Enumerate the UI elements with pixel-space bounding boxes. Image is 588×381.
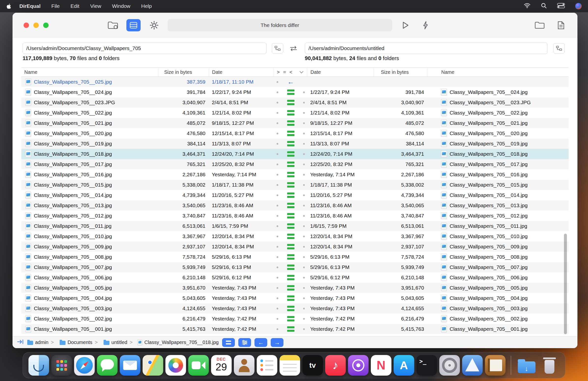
table-row[interactable]: Classy_Wallpapers_705__010.jpg3,367,9671… [21,231,569,242]
siri-icon[interactable] [575,3,582,9]
dock-item-news-icon[interactable]: N [371,355,391,376]
table-row[interactable]: Classy_Wallpapers_705__020.jpg476,58012/… [21,128,569,138]
table-row[interactable]: Classy_Wallpapers_705__018.jpg3,464,3711… [21,149,569,159]
dock-item-safari-icon[interactable] [74,355,95,376]
browse-right-path-button[interactable] [553,43,565,54]
filter-tune-button[interactable] [238,338,251,347]
table-row[interactable]: Classy_Wallpapers_705__023.JPG3,040,9072… [21,97,569,108]
table-row[interactable]: Classy_Wallpapers_705__016.jpg2,267,186Y… [21,170,569,180]
table-row[interactable]: Classy_Wallpapers_705__024.jpg391,7841/2… [21,87,569,97]
header-name-right[interactable]: Name [427,68,569,76]
dock-item-direqual-icon[interactable] [462,355,483,376]
close-button[interactable] [23,22,29,28]
dock-item-calendar-icon[interactable]: DEC29 [211,355,232,376]
dock-item-notes-icon[interactable] [279,355,300,376]
table-row[interactable]: Classy_Wallpapers_705__025.jpg387,3591/1… [21,77,569,87]
header-size-right[interactable]: Size in bytes [373,68,427,76]
diff-status-cell [273,149,307,159]
menu-item-view[interactable]: View [90,3,101,9]
table-row[interactable]: Classy_Wallpapers_705__007.jpg5,939,7495… [21,262,569,272]
dock-item-dictionary-icon[interactable] [485,355,505,376]
table-row[interactable]: Classy_Wallpapers_705__022.jpg4,109,3611… [21,108,569,118]
dock-item-finder-icon[interactable] [28,355,49,376]
list-view-button[interactable] [126,19,141,31]
menu-item-file[interactable]: File [51,3,60,9]
file-date-cell-right: 5/29/16, 6:12 PM [307,272,373,283]
control-center-icon[interactable] [557,3,565,10]
settings-gear-icon[interactable] [147,19,161,31]
reveal-folder-button[interactable] [533,19,546,31]
table-row[interactable]: Classy_Wallpapers_705__004.jpg5,043,605Y… [21,293,569,303]
menu-app-name[interactable]: DirEqual [19,3,41,9]
vertical-scrollbar[interactable] [564,234,567,334]
dock-item-appletv-icon[interactable]: tv [302,355,323,376]
dock-item-facetime-icon[interactable] [188,355,209,376]
breadcrumb-item-untitled[interactable]: untitled [111,340,127,345]
breadcrumb-item-admin[interactable]: admin [35,340,48,345]
menu-item-help[interactable]: Help [141,3,152,9]
table-row[interactable]: Classy_Wallpapers_705__015.jpg5,338,0021… [21,180,569,190]
swap-paths-icon[interactable] [289,45,298,53]
dock-item-reminders-icon[interactable] [257,355,277,376]
previous-difference-button[interactable]: ← [254,338,267,347]
table-row[interactable]: Classy_Wallpapers_705__008.jpg7,578,7245… [21,252,569,262]
dock-item-launchpad-icon[interactable] [51,355,72,376]
left-path-field[interactable] [22,43,267,54]
file-name-cell: Classy_Wallpapers_705__003.jpg [21,303,159,314]
dock-item-photos-icon[interactable] [165,355,186,376]
zoom-button[interactable] [43,22,49,28]
dock-item-contacts-icon[interactable] [234,355,254,376]
breadcrumb-item-documents[interactable]: Documents [67,340,92,345]
table-row[interactable]: Classy_Wallpapers_705__012.jpg3,740,8471… [21,210,569,221]
apple-menu-icon[interactable] [6,3,11,9]
table-row[interactable]: Classy_Wallpapers_705__006.jpg6,210,1485… [21,272,569,283]
wifi-icon[interactable] [524,3,531,10]
menu-item-window[interactable]: Window [112,3,130,9]
dock-item-maps-icon[interactable] [143,355,163,376]
dock-item-mail-icon[interactable] [120,355,140,376]
search-icon[interactable] [541,3,547,10]
file-date-cell-right: 9/18/15, 12:27 PM [307,118,373,128]
file-size-cell-right: 6,216,479 [373,314,427,324]
dock-item-messages-icon[interactable] [97,355,118,376]
dock-item-terminal-icon[interactable]: >_ [417,355,437,376]
table-row[interactable]: Classy_Wallpapers_705__017.jpg765,32112/… [21,159,569,170]
quick-sync-bolt-button[interactable] [420,19,432,31]
table-row[interactable]: Classy_Wallpapers_705__002.jpg6,216,479Y… [21,314,569,324]
header-date-right[interactable]: Date [307,68,373,76]
right-path-field[interactable] [305,43,547,54]
run-compare-button[interactable] [399,19,412,31]
breadcrumb-item-file[interactable]: Classy_Wallpapers_705__018.jpg [144,340,219,345]
file-size-cell-right [373,77,427,87]
minimize-button[interactable] [33,22,39,28]
table-row[interactable]: Classy_Wallpapers_705__005.jpg3,951,670Y… [21,283,569,293]
table-row[interactable]: Classy_Wallpapers_705__011.jpg6,513,0611… [21,221,569,231]
table-row[interactable]: Classy_Wallpapers_705__014.jpg4,739,3441… [21,190,569,200]
dock-item-downloads-icon[interactable]: ↓ [516,355,537,376]
file-name-cell-right: Classy_Wallpapers_705__011.jpg [427,221,569,231]
filter-equal-button[interactable] [222,338,235,347]
menu-item-edit[interactable]: Edit [70,3,79,9]
table-row[interactable]: Classy_Wallpapers_705__013.jpg3,540,0651… [21,200,569,210]
chevron-down-icon[interactable] [300,70,304,74]
table-row[interactable]: Classy_Wallpapers_705__003.jpg4,124,655Y… [21,303,569,314]
jump-to-selection-icon[interactable] [17,339,24,346]
file-name-cell: Classy_Wallpapers_705__022.jpg [21,108,159,118]
next-difference-button[interactable]: → [271,338,283,347]
dock-item-trash-icon[interactable] [539,355,560,376]
report-document-button[interactable] [554,19,568,31]
dock-item-podcasts-icon[interactable] [348,355,369,376]
dock-item-appstore-icon[interactable]: A [394,355,414,376]
header-name-left[interactable]: Name [21,68,159,76]
header-date-left[interactable]: Date [209,68,273,76]
header-diff-status[interactable]: >=< [273,68,307,76]
table-row[interactable]: Classy_Wallpapers_705__001.jpg5,415,763Y… [21,324,569,334]
header-size-left[interactable]: Size in bytes [159,68,209,76]
compare-folders-button[interactable] [106,19,120,31]
table-row[interactable]: Classy_Wallpapers_705__009.jpg2,937,1071… [21,242,569,252]
table-row[interactable]: Classy_Wallpapers_705__021.jpg485,0729/1… [21,118,569,128]
table-row[interactable]: Classy_Wallpapers_705__019.jpg384,11411/… [21,138,569,149]
browse-left-path-button[interactable] [272,43,283,54]
dock-item-music-icon[interactable]: ♪ [325,355,346,376]
dock-item-settings-icon[interactable] [439,355,460,376]
